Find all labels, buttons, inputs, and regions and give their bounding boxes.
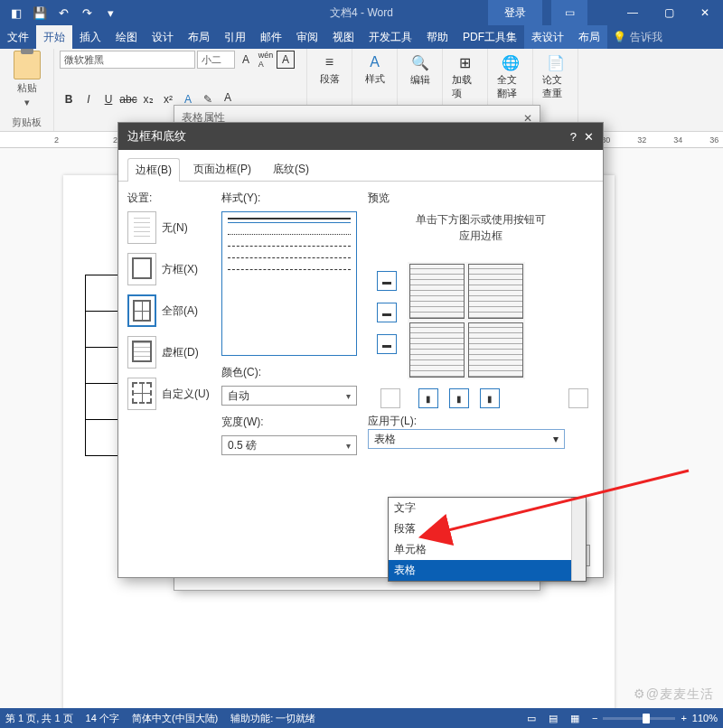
addins-button[interactable]: ⊞ 加载项 <box>448 51 482 104</box>
window-controls: — ▢ ✕ <box>615 0 723 25</box>
style-dashed[interactable] <box>228 246 351 247</box>
subscript-button[interactable]: x₂ <box>139 90 157 108</box>
setting-grid[interactable]: 虚框(D) <box>127 336 211 369</box>
word-count[interactable]: 14 个字 <box>86 712 119 725</box>
preview-area: ▬ ▬ ▬ ▮ ▮ ▮ <box>368 253 594 406</box>
tab-view[interactable]: 视图 <box>325 25 362 49</box>
preview-diag-down-button[interactable] <box>380 388 400 408</box>
tab-file[interactable]: 文件 <box>0 25 36 49</box>
ribbon-display-icon[interactable]: ▭ <box>551 0 587 25</box>
tab-shading[interactable]: 底纹(S) <box>265 157 317 181</box>
help-button[interactable]: ? <box>570 130 577 144</box>
preview-bottom-border-button[interactable]: ▬ <box>377 334 397 354</box>
line-style-list[interactable] <box>221 211 357 356</box>
style-solid[interactable] <box>228 218 351 223</box>
zoom-control[interactable]: − + 110% <box>592 713 718 723</box>
font-name-combo[interactable]: 微软雅黑 <box>60 51 195 69</box>
apply-option-table[interactable]: 表格 <box>389 560 586 581</box>
redo-icon[interactable]: ↷ <box>76 2 98 23</box>
tab-insert[interactable]: 插入 <box>72 25 108 49</box>
tab-page-border[interactable]: 页面边框(P) <box>185 157 259 181</box>
tell-me-search[interactable]: 💡告诉我 <box>613 25 662 49</box>
phonetic-icon[interactable]: wénA <box>257 51 275 69</box>
tab-mailings[interactable]: 邮件 <box>253 25 289 49</box>
apply-option-text[interactable]: 文字 <box>389 498 586 518</box>
style-dashdot[interactable] <box>228 269 351 270</box>
apply-to-dropdown: 文字 段落 单元格 表格 <box>388 497 587 582</box>
tab-draw[interactable]: 绘图 <box>108 25 145 49</box>
char-border-icon[interactable]: A <box>277 51 295 69</box>
apply-option-paragraph[interactable]: 段落 <box>389 518 586 539</box>
view-print-icon[interactable]: ▤ <box>549 713 558 724</box>
dropdown-scrollbar[interactable] <box>571 498 586 581</box>
width-combo[interactable]: 0.5 磅 ▾ <box>221 435 357 455</box>
italic-button[interactable]: I <box>80 90 98 108</box>
view-web-icon[interactable]: ▦ <box>570 713 579 724</box>
autosave-icon[interactable]: ◧ <box>5 2 27 23</box>
language-indicator[interactable]: 简体中文(中国大陆) <box>132 712 218 725</box>
styles-icon: A <box>370 54 380 70</box>
color-combo[interactable]: 自动 ▾ <box>221 386 357 406</box>
tab-layout[interactable]: 布局 <box>181 25 217 49</box>
editing-button[interactable]: 🔍 编辑 <box>403 51 437 90</box>
close-dialog-button[interactable]: ✕ <box>584 130 594 144</box>
ribbon-tabs: 文件 开始 插入 绘图 设计 布局 引用 邮件 审阅 视图 开发工具 帮助 PD… <box>0 25 723 49</box>
page-count[interactable]: 第 1 页, 共 1 页 <box>5 712 73 725</box>
bold-button[interactable]: B <box>60 90 78 108</box>
login-button[interactable]: 登录 <box>488 0 542 25</box>
tab-border[interactable]: 边框(B) <box>127 158 180 182</box>
title-bar: ◧ 💾 ↶ ↷ ▾ 文档4 - Word 登录 ▭ — ▢ ✕ <box>0 0 723 25</box>
preview-top-border-button[interactable]: ▬ <box>377 271 397 291</box>
preview-box[interactable] <box>408 262 525 379</box>
minimize-button[interactable]: — <box>615 0 651 25</box>
view-read-icon[interactable]: ▭ <box>527 713 536 724</box>
undo-icon[interactable]: ↶ <box>52 2 74 23</box>
custom-icon <box>127 378 156 410</box>
tab-table-layout[interactable]: 布局 <box>571 25 607 49</box>
tab-home[interactable]: 开始 <box>36 25 72 49</box>
grow-font-icon[interactable]: A <box>237 51 255 69</box>
underline-button[interactable]: U <box>99 90 117 108</box>
apply-option-cell[interactable]: 单元格 <box>389 539 586 560</box>
setting-all[interactable]: 全部(A) <box>127 294 211 327</box>
style-column: 样式(Y): 颜色(C): 自动 ▾ 宽度(W): 0.5 磅 ▾ <box>221 191 357 464</box>
dialog-titlebar: 边框和底纹 ? ✕ <box>118 123 603 150</box>
paste-button[interactable]: 粘贴 ▾ <box>5 51 48 108</box>
styles-button[interactable]: A 样式 <box>358 51 391 89</box>
thesis-check-button[interactable]: 📄 论文查重 <box>539 51 572 104</box>
setting-none[interactable]: 无(N) <box>127 211 211 244</box>
preview-vmiddle-border-button[interactable]: ▮ <box>449 388 469 408</box>
save-icon[interactable]: 💾 <box>29 2 51 23</box>
zoom-in-icon[interactable]: + <box>681 713 686 723</box>
setting-box[interactable]: 方框(X) <box>127 253 211 285</box>
accessibility-status[interactable]: 辅助功能: 一切就绪 <box>230 712 315 725</box>
preview-hmiddle-border-button[interactable]: ▬ <box>377 303 397 322</box>
preview-right-border-button[interactable]: ▮ <box>480 388 500 408</box>
style-dotted[interactable] <box>228 234 351 235</box>
qat-dropdown-icon[interactable]: ▾ <box>99 2 121 23</box>
preview-diag-up-button[interactable] <box>568 388 588 408</box>
paragraph-button[interactable]: ≡ 段落 <box>313 51 346 89</box>
setting-custom[interactable]: 自定义(U) <box>127 378 211 410</box>
apply-to-combo[interactable]: 表格 ▾ <box>368 429 565 449</box>
style-dashed-long[interactable] <box>228 257 351 258</box>
group-clipboard: 粘贴 ▾ 剪贴板 <box>0 49 54 131</box>
tab-design[interactable]: 设计 <box>145 25 181 49</box>
preview-hint: 单击下方图示或使用按钮可 应用边框 <box>368 211 594 244</box>
tab-review[interactable]: 审阅 <box>289 25 325 49</box>
preview-left-border-button[interactable]: ▮ <box>418 388 438 408</box>
tab-help[interactable]: 帮助 <box>419 25 455 49</box>
tab-pdf-tools[interactable]: PDF工具集 <box>455 25 524 49</box>
maximize-button[interactable]: ▢ <box>651 0 687 25</box>
font-size-combo[interactable]: 小二 <box>197 51 235 69</box>
zoom-slider[interactable] <box>603 717 675 720</box>
tab-table-design[interactable]: 表设计 <box>524 25 571 49</box>
strike-button[interactable]: abc <box>119 90 137 108</box>
tab-developer[interactable]: 开发工具 <box>362 25 419 49</box>
close-button[interactable]: ✕ <box>687 0 723 25</box>
translate-icon: 🌐 <box>502 54 520 71</box>
zoom-out-icon[interactable]: − <box>592 713 597 723</box>
translate-button[interactable]: 🌐 全文翻译 <box>493 51 527 104</box>
tab-references[interactable]: 引用 <box>217 25 253 49</box>
zoom-value[interactable]: 110% <box>692 713 718 723</box>
